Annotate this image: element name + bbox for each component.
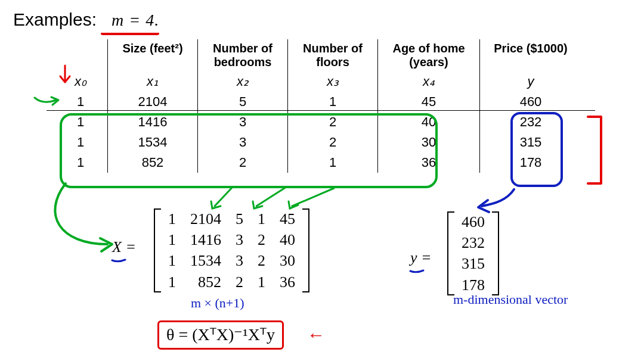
header-x2: Number of bedrooms: [198, 39, 288, 71]
vector-y-cells: 460 232 315 178: [454, 211, 492, 295]
bracket-right-icon: [492, 211, 499, 295]
normal-equation: θ = (XᵀX)⁻¹Xᵀy: [166, 325, 275, 344]
header-x3: Number of floors: [288, 39, 378, 71]
y-dim-annotation: m-dimensional vector: [453, 292, 568, 307]
examples-label: Examples:: [13, 10, 97, 29]
red-rows-bracket-icon: [586, 113, 609, 191]
normal-equation-box: θ = (XᵀX)⁻¹Xᵀy: [157, 320, 284, 350]
matrix-X: 121045145 114163240 115343230 18522136: [154, 208, 309, 292]
header-x4: Age of home (years): [378, 39, 480, 71]
y-label: y =: [410, 249, 432, 267]
X-dim-annotation: m × (n+1): [191, 295, 244, 311]
matrix-X-cells: 121045145 114163240 115343230 18522136: [161, 208, 302, 292]
table-row: 1 1534 3 2 30 315: [54, 132, 581, 152]
sym-x3: x₃: [288, 71, 378, 92]
table-row: 1 2104 5 1 45 460: [54, 92, 581, 112]
heading: Examples: m = 4.: [13, 10, 159, 30]
bracket-left-icon: [447, 211, 454, 295]
table-row: 1 1416 3 2 40 232: [54, 112, 581, 132]
vector-y: 460 232 315 178: [447, 211, 499, 295]
header-x0: [54, 39, 108, 71]
bracket-right-icon: [302, 208, 309, 292]
table-header-row: Size (feet²) Number of bedrooms Number o…: [54, 39, 581, 71]
table-symbol-row: x₀ x₁ x₂ x₃ x₄ y: [54, 71, 581, 92]
sym-x0: x₀: [54, 71, 108, 92]
X-label: X =: [112, 238, 136, 256]
header-x1: Size (feet²): [108, 39, 198, 71]
m-equals-4: m = 4.: [112, 11, 159, 29]
sym-x4: x₄: [378, 71, 480, 92]
sym-y: y: [480, 71, 582, 92]
sym-x2: x₂: [198, 71, 288, 92]
red-arrow-left: ←: [307, 325, 325, 345]
sym-x1: x₁: [108, 71, 198, 92]
y-underline-icon: [409, 268, 427, 274]
feature-table: Size (feet²) Number of bedrooms Number o…: [54, 39, 581, 173]
header-y: Price ($1000): [480, 39, 582, 71]
X-underline-icon: [111, 257, 129, 263]
table-row: 1 852 2 1 36 178: [54, 152, 581, 173]
red-underline: [101, 30, 159, 35]
bracket-left-icon: [154, 208, 161, 292]
table-hrule: [47, 110, 595, 111]
